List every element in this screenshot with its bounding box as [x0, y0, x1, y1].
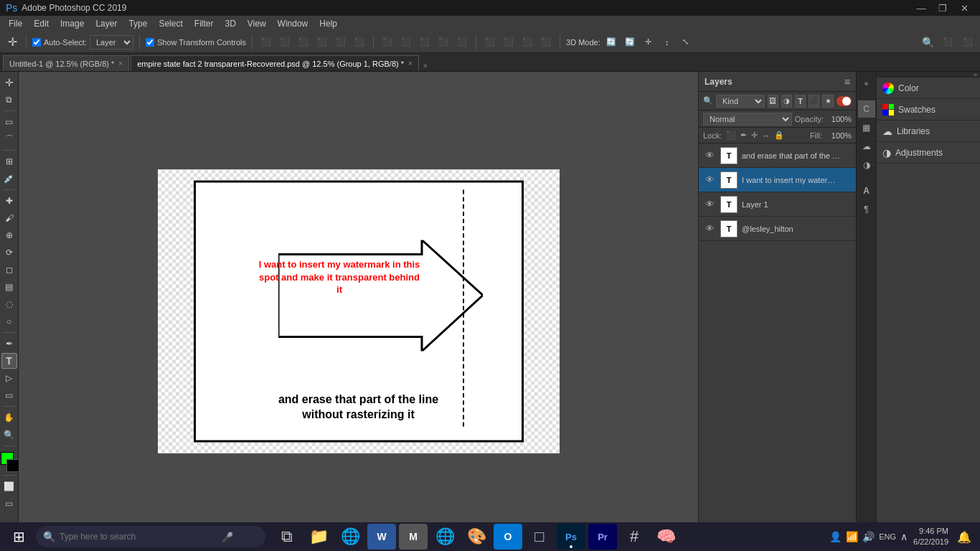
layer-visibility-eye[interactable]: 👁 — [703, 174, 716, 187]
layer-visibility-eye[interactable]: 👁 — [703, 222, 716, 235]
menu-filter[interactable]: Filter — [189, 17, 220, 30]
layer-item[interactable]: 👁 T Layer 1 — [699, 192, 856, 217]
minimize-button[interactable]: — — [911, 0, 931, 16]
search-btn[interactable]: 🔍 — [920, 34, 936, 50]
filter-shape-btn[interactable]: ⬛ — [809, 95, 819, 108]
panel-area-double-arrow[interactable]: » — [974, 71, 977, 78]
menu-window[interactable]: Window — [272, 17, 314, 30]
people-icon[interactable]: 👤 — [829, 531, 842, 542]
dodge-tool[interactable]: ○ — [1, 314, 17, 329]
adjustments-panel-header[interactable]: ◑ Adjustments — [877, 142, 980, 164]
transform-controls-checkbox[interactable] — [146, 38, 154, 47]
brush-tool[interactable]: 🖌 — [1, 210, 17, 226]
align-right-btn[interactable]: ⬛ — [296, 34, 311, 50]
arrange-btn[interactable]: ⬛ — [960, 34, 976, 50]
libraries-panel-header[interactable]: ☁ Libraries — [877, 121, 980, 142]
shape-tool[interactable]: ▭ — [1, 387, 17, 403]
taskbar-app-photoshop[interactable]: Ps — [557, 524, 585, 550]
screen-mode-btn[interactable]: ▭ — [1, 496, 17, 512]
menu-layer[interactable]: Layer — [90, 17, 123, 30]
auto-select-checkbox[interactable] — [32, 38, 41, 47]
tab-empire-close[interactable]: × — [408, 60, 413, 67]
paragraph-panel-shortcut[interactable]: ¶ — [858, 201, 875, 218]
libraries-panel-shortcut[interactable]: ☁ — [858, 138, 875, 155]
background-color[interactable] — [6, 459, 19, 472]
taskbar-app-outlook[interactable]: O — [494, 524, 522, 550]
auto-select-dropdown[interactable]: Layer Group — [90, 35, 133, 50]
layer-item[interactable]: 👁 T @lesley_hilton — [699, 217, 856, 241]
tabs-expand-arrow[interactable]: » — [420, 60, 430, 71]
clock[interactable]: 9:46 PM 6/22/2019 — [913, 526, 948, 548]
extra-btn1[interactable]: ⬛ — [482, 34, 498, 50]
tab-untitled-close[interactable]: × — [118, 60, 123, 67]
taskbar-app-word[interactable]: W — [367, 524, 396, 550]
swatches-panel-header[interactable]: Swatches — [877, 99, 980, 121]
close-button[interactable]: ✕ — [954, 0, 974, 16]
workspace-btn[interactable]: ⬛ — [940, 34, 956, 50]
chevron-up-icon[interactable]: ∧ — [900, 531, 908, 542]
3d-pan-btn[interactable]: ✛ — [641, 34, 656, 50]
blend-mode-select[interactable]: Normal — [703, 113, 792, 126]
dist-4-btn[interactable]: ⬛ — [435, 34, 451, 50]
align-bottom-btn[interactable]: ⬛ — [352, 34, 367, 50]
color-panel-shortcut[interactable]: C — [858, 100, 875, 118]
extra-btn4[interactable]: ⬛ — [538, 34, 554, 50]
taskbar-app-chrome[interactable]: 🌐 — [430, 524, 459, 550]
type-tool[interactable]: T — [1, 353, 17, 369]
menu-type[interactable]: Type — [123, 17, 153, 30]
menu-edit[interactable]: Edit — [28, 17, 55, 30]
align-left-btn[interactable]: ⬛ — [258, 34, 274, 50]
swatches-panel-shortcut[interactable]: ▦ — [858, 119, 875, 136]
filter-smart-btn[interactable]: ★ — [822, 95, 833, 108]
dist-5-btn[interactable]: ⬛ — [454, 34, 470, 50]
3d-slide-btn[interactable]: ↕ — [659, 34, 675, 50]
filter-adj-btn[interactable]: ◑ — [781, 95, 792, 108]
search-input[interactable] — [60, 532, 217, 542]
filter-kind-select[interactable]: Kind — [716, 95, 765, 108]
menu-3d[interactable]: 3D — [219, 17, 241, 30]
color-picker[interactable] — [0, 452, 19, 472]
lasso-tool[interactable]: ⌒ — [1, 131, 17, 147]
move-tool-btn[interactable]: ✛ — [4, 34, 20, 50]
layers-menu-icon[interactable]: ≡ — [844, 76, 850, 88]
notification-button[interactable]: 🔔 — [954, 527, 974, 547]
dist-h-btn[interactable]: ⬛ — [380, 34, 395, 50]
filter-pixel-btn[interactable]: 🖼 — [768, 95, 778, 108]
taskbar-app-brain[interactable]: 🧠 — [651, 524, 680, 550]
layer-visibility-eye[interactable]: 👁 — [703, 198, 716, 211]
gradient-tool[interactable]: ▤ — [1, 279, 17, 295]
path-select-tool[interactable]: ▷ — [1, 370, 17, 386]
crop-tool[interactable]: ⊞ — [1, 154, 17, 169]
3d-roll-btn[interactable]: 🔄 — [622, 34, 638, 50]
filter-type-btn[interactable]: T — [795, 95, 806, 108]
taskbar-app-explorer[interactable]: 📁 — [304, 524, 333, 550]
network-icon[interactable]: 📶 — [846, 531, 858, 542]
taskbar-app-magix[interactable]: M — [399, 524, 428, 550]
dist-v-btn[interactable]: ⬛ — [398, 34, 414, 50]
align-center-h-btn[interactable]: ⬛ — [277, 34, 293, 50]
lock-image-icon[interactable]: ✒ — [740, 131, 747, 140]
healing-tool[interactable]: ✚ — [1, 193, 17, 209]
align-top-btn[interactable]: ⬛ — [314, 34, 330, 50]
hand-tool[interactable]: ✋ — [1, 410, 17, 425]
taskbar-app-blank[interactable]: □ — [525, 524, 554, 550]
3d-scale-btn[interactable]: ⤡ — [678, 34, 694, 50]
type-panel-shortcut[interactable]: A — [858, 182, 875, 199]
taskbar-app-paint[interactable]: 🎨 — [462, 524, 491, 550]
move-tool[interactable]: ✛ — [1, 75, 17, 90]
artboard-tool[interactable]: ⧉ — [1, 92, 17, 108]
taskbar-app-calc[interactable]: # — [620, 524, 649, 550]
layer-item[interactable]: 👁 T I want to insert my water… — [699, 168, 856, 192]
extra-btn3[interactable]: ⬛ — [519, 34, 535, 50]
tab-empire-state[interactable]: empire state fact 2 transparent-Recovere… — [131, 55, 419, 71]
tab-untitled[interactable]: Untitled-1 @ 12.5% (RGB/8) * × — [3, 55, 129, 71]
lock-position-icon[interactable]: ✛ — [751, 131, 758, 140]
taskbar-app-edge[interactable]: 🌐 — [336, 524, 364, 550]
layer-visibility-eye[interactable]: 👁 — [703, 149, 716, 162]
menu-help[interactable]: Help — [314, 17, 343, 30]
history-brush-tool[interactable]: ⟳ — [1, 245, 17, 260]
volume-icon[interactable]: 🔊 — [862, 531, 875, 542]
zoom-tool[interactable]: 🔍 — [1, 427, 17, 443]
blur-tool[interactable]: ◌ — [1, 296, 17, 312]
adjustments-panel-shortcut[interactable]: ◑ — [858, 156, 875, 174]
